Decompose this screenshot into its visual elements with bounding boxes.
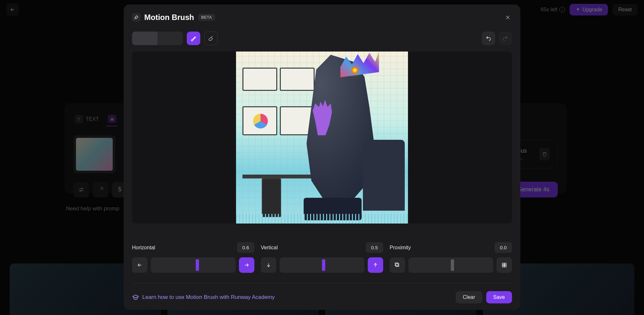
modal-title: Motion Brush xyxy=(144,13,194,22)
brush-preset-2[interactable] xyxy=(157,32,183,45)
proximity-in-button[interactable] xyxy=(497,257,512,273)
vertical-slider[interactable] xyxy=(279,257,365,273)
proximity-out-button[interactable] xyxy=(390,257,405,273)
vertical-down-button[interactable] xyxy=(261,257,276,273)
eraser-icon xyxy=(208,35,214,42)
brush-tool-button[interactable] xyxy=(187,32,200,45)
graduation-cap-icon xyxy=(132,294,139,301)
arrow-left-icon xyxy=(137,262,143,268)
horizontal-value[interactable]: 0.6 xyxy=(237,242,254,253)
proximity-slider-handle[interactable] xyxy=(451,259,454,271)
horizontal-slider[interactable] xyxy=(151,257,236,273)
motion-brush-modal: Motion Brush BETA xyxy=(124,5,520,310)
close-button[interactable] xyxy=(504,13,512,22)
horizontal-label: Horizontal xyxy=(132,245,155,251)
arrow-right-icon xyxy=(244,262,250,268)
brush-icon xyxy=(190,35,197,42)
academy-link[interactable]: Learn how to use Motion Brush with Runwa… xyxy=(132,294,275,301)
academy-link-text: Learn how to use Motion Brush with Runwa… xyxy=(142,294,275,301)
stack-icon xyxy=(394,262,400,268)
canvas-area[interactable] xyxy=(132,52,512,224)
svg-rect-7 xyxy=(505,265,506,267)
horizontal-right-button[interactable] xyxy=(239,257,254,273)
svg-rect-5 xyxy=(505,263,506,265)
proximity-control: Proximity 0.0 xyxy=(390,242,512,273)
vertical-control: Vertical 0.5 xyxy=(261,242,383,273)
vertical-value[interactable]: 0.5 xyxy=(366,242,383,253)
redo-icon xyxy=(502,35,508,41)
arrow-down-icon xyxy=(266,262,271,268)
svg-rect-2 xyxy=(396,264,399,267)
vertical-slider-handle[interactable] xyxy=(322,259,325,271)
brush-color-presets[interactable] xyxy=(132,32,183,45)
proximity-value[interactable]: 0.0 xyxy=(495,242,512,253)
horizontal-slider-handle[interactable] xyxy=(196,259,199,271)
brush-preset-1[interactable] xyxy=(132,32,157,45)
grid-icon xyxy=(501,262,507,268)
horizontal-left-button[interactable] xyxy=(132,257,147,273)
svg-rect-4 xyxy=(502,263,504,265)
horizontal-control: Horizontal 0.6 xyxy=(132,242,254,273)
redo-button[interactable] xyxy=(498,32,512,45)
undo-icon xyxy=(486,35,491,41)
motion-brush-icon xyxy=(132,13,140,22)
proximity-label: Proximity xyxy=(390,245,411,251)
vertical-up-button[interactable] xyxy=(368,257,383,273)
clear-button[interactable]: Clear xyxy=(456,291,482,303)
arrow-up-icon xyxy=(373,262,378,268)
proximity-slider[interactable] xyxy=(408,257,493,273)
canvas-image xyxy=(236,52,408,224)
beta-badge: BETA xyxy=(198,14,215,21)
svg-rect-6 xyxy=(502,265,504,267)
eraser-tool-button[interactable] xyxy=(204,32,218,45)
vertical-label: Vertical xyxy=(261,245,278,251)
close-icon xyxy=(505,14,511,21)
save-button[interactable]: Save xyxy=(486,291,512,303)
svg-rect-3 xyxy=(395,263,398,266)
undo-button[interactable] xyxy=(482,32,495,45)
